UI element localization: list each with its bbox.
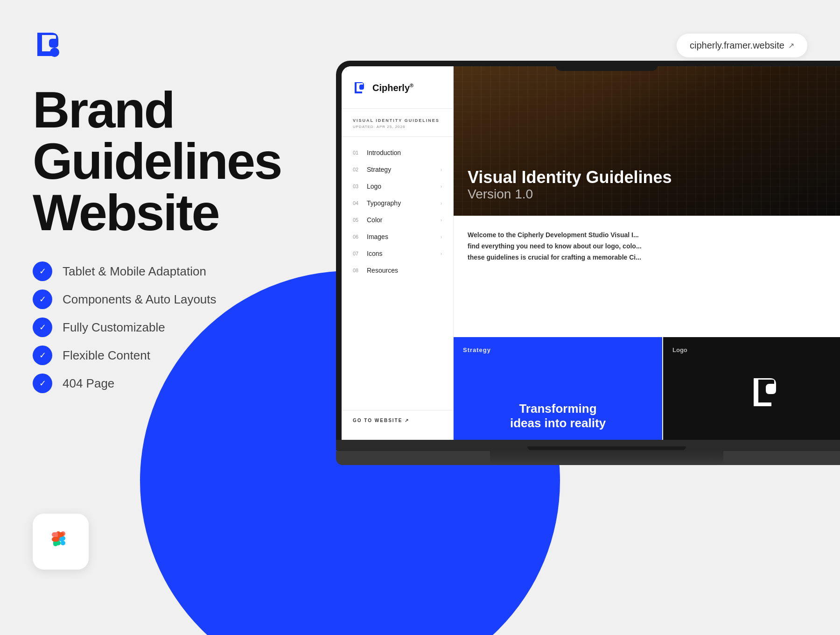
laptop-bottom-bar — [336, 440, 840, 451]
nav-label: Resources — [367, 267, 398, 274]
logo-card-icon-area — [672, 353, 840, 430]
strategy-card: Strategy Transformingideas into reality — [454, 337, 662, 440]
strategy-card-tagline: Transformingideas into reality — [463, 402, 653, 430]
check-icon: ✓ — [33, 374, 52, 393]
go-to-website-link[interactable]: GO TO WEBSITE ↗ — [353, 418, 442, 423]
laptop-screen-wrapper: Cipherly® VISUAL IDENTITY GUIDELINES UPD… — [336, 61, 840, 440]
nav-number: 06 — [353, 234, 361, 240]
check-icon: ✓ — [33, 261, 52, 281]
svg-point-1 — [50, 48, 59, 57]
main-title: Brand Guidelines Website — [33, 84, 275, 238]
nav-label: Introduction — [367, 149, 401, 156]
list-item: ✓ 404 Page — [33, 374, 275, 393]
sidebar-item-resources[interactable]: 08 Resources — [342, 262, 453, 279]
sidebar-meta: VISUAL IDENTITY GUIDELINES UPDATED: APR … — [342, 109, 453, 137]
list-item: ✓ Tablet & Mobile Adaptation — [33, 261, 275, 281]
laptop-screen: Cipherly® VISUAL IDENTITY GUIDELINES UPD… — [342, 66, 840, 440]
strategy-card-label: Strategy — [463, 346, 653, 353]
features-list: ✓ Tablet & Mobile Adaptation ✓ Component… — [33, 261, 275, 393]
body-text: Welcome to the Cipherly Development Stud… — [468, 230, 840, 263]
guidelines-date: UPDATED: APR 25, 2026 — [353, 125, 442, 129]
feature-label: Tablet & Mobile Adaptation — [63, 264, 206, 279]
check-icon: ✓ — [33, 318, 52, 337]
laptop-hinge — [527, 446, 686, 450]
logo[interactable] — [33, 28, 65, 63]
external-link-icon: ↗ — [788, 41, 794, 50]
list-item: ✓ Components & Auto Layouts — [33, 289, 275, 309]
figma-badge[interactable] — [33, 514, 89, 570]
chevron-icon: › — [441, 201, 442, 206]
website-url-text: cipherly.framer.website — [690, 40, 784, 51]
nav-label: Images — [367, 233, 388, 240]
nav-label: Typography — [367, 199, 401, 207]
svg-point-8 — [59, 537, 64, 542]
sidebar-item-strategy[interactable]: 02 Strategy › — [342, 161, 453, 178]
sidebar-brand-name: Cipherly® — [372, 83, 413, 93]
nav-number: 01 — [353, 150, 361, 155]
list-item: ✓ Flexible Content — [33, 346, 275, 365]
sidebar-footer: GO TO WEBSITE ↗ — [342, 410, 453, 430]
main-document-content: Visual Identity Guidelines Version 1.0 W… — [454, 66, 840, 440]
sidebar-item-icons[interactable]: 07 Icons › — [342, 245, 453, 262]
guidelines-title: VISUAL IDENTITY GUIDELINES — [353, 118, 442, 123]
chevron-icon: › — [441, 251, 442, 256]
sidebar-item-images[interactable]: 06 Images › — [342, 228, 453, 245]
sidebar-item-typography[interactable]: 04 Typography › — [342, 195, 453, 212]
chevron-icon: › — [441, 218, 442, 223]
header: cipherly.framer.website ↗ — [33, 28, 807, 63]
sidebar-navigation: 01 Introduction 02 Strategy › 03 — [342, 137, 453, 410]
hero-title-area: Visual Identity Guidelines Version 1.0 — [468, 168, 672, 202]
nav-number: 04 — [353, 200, 361, 206]
logo-card: Logo — [663, 337, 840, 440]
list-item: ✓ Fully Customizable — [33, 318, 275, 337]
cipherly-logo-icon — [353, 80, 368, 95]
laptop-vent — [490, 451, 723, 465]
sidebar-item-logo[interactable]: 03 Logo › — [342, 178, 453, 195]
check-icon: ✓ — [33, 346, 52, 365]
nav-label: Strategy — [367, 166, 391, 173]
document-sidebar: Cipherly® VISUAL IDENTITY GUIDELINES UPD… — [342, 66, 454, 440]
bottom-cards-section: Strategy Transformingideas into reality … — [454, 337, 840, 440]
website-link-button[interactable]: cipherly.framer.website ↗ — [677, 34, 807, 57]
nav-number: 05 — [353, 217, 361, 223]
body-text-section: Welcome to the Cipherly Development Stud… — [454, 216, 840, 337]
chevron-icon: › — [441, 234, 442, 240]
nav-number: 07 — [353, 251, 361, 256]
logo-icon — [33, 28, 65, 61]
feature-label: 404 Page — [63, 376, 114, 391]
feature-label: Flexible Content — [63, 348, 150, 363]
nav-number: 03 — [353, 183, 361, 189]
figma-icon — [48, 529, 74, 555]
feature-label: Fully Customizable — [63, 320, 165, 335]
document-hero-subtitle: Version 1.0 — [468, 187, 672, 202]
nav-label: Color — [367, 216, 382, 224]
document-hero-title: Visual Identity Guidelines — [468, 168, 672, 187]
chevron-icon: › — [441, 167, 442, 172]
check-icon: ✓ — [33, 289, 52, 309]
sidebar-item-color[interactable]: 05 Color › — [342, 212, 453, 228]
logo-card-label: Logo — [672, 346, 840, 353]
sidebar-item-introduction[interactable]: 01 Introduction — [342, 144, 453, 161]
laptop-base — [336, 451, 840, 465]
laptop-mockup: Cipherly® VISUAL IDENTITY GUIDELINES UPD… — [336, 61, 840, 465]
nav-number: 08 — [353, 268, 361, 273]
nav-number: 02 — [353, 167, 361, 172]
sidebar-logo: Cipherly® — [342, 80, 453, 109]
nav-label: Logo — [367, 183, 381, 190]
feature-label: Components & Auto Layouts — [63, 292, 217, 307]
hero-photo-section: Visual Identity Guidelines Version 1.0 — [454, 66, 840, 216]
chevron-icon: › — [441, 184, 442, 189]
left-content-section: Brand Guidelines Website ✓ Tablet & Mobi… — [33, 84, 275, 393]
nav-label: Icons — [367, 250, 382, 257]
cipherly-logo-white-icon — [749, 374, 786, 411]
